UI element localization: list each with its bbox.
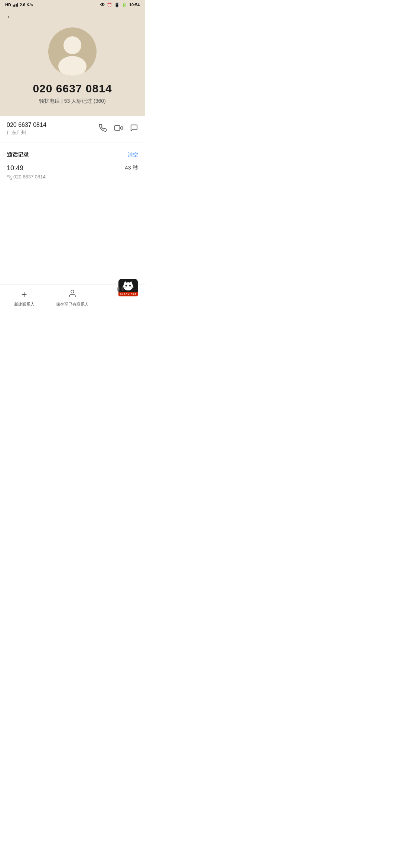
phone-info-left: 020 6637 0814 广东广州 (7, 122, 46, 136)
incoming-call-icon (7, 174, 12, 180)
save-contact-label: 保存至已有联系人 (56, 302, 89, 307)
call-duration: 43 秒 (125, 164, 138, 171)
svg-point-4 (71, 290, 74, 293)
call-action-icon[interactable] (99, 124, 107, 134)
call-log-item-left: 10:49 020 6637 0814 (7, 164, 46, 180)
clock-time: 10:54 (129, 3, 140, 7)
bottom-nav: + 新建联系人 保存至已有联系人 (0, 285, 145, 313)
new-contact-label: 新建联系人 (14, 302, 35, 307)
eye-icon: 👁 (100, 2, 105, 7)
status-right: 👁 ⏰ 📳 🔋 10:54 (100, 2, 140, 7)
call-log-number: 020 6637 0814 (13, 174, 46, 180)
alarm-icon: ⏰ (107, 3, 112, 7)
status-bar: HD 2.6 K/s 👁 ⏰ 📳 🔋 10:54 (0, 0, 145, 9)
signal-bar-1 (13, 5, 14, 7)
svg-point-0 (63, 36, 81, 54)
call-log-section: 通话记录 清空 10:49 020 6637 0814 43 秒 (0, 145, 145, 186)
message-action-icon[interactable] (130, 124, 138, 134)
svg-rect-3 (115, 126, 120, 131)
phone-number-info: 020 6637 0814 (7, 122, 46, 128)
avatar (48, 27, 97, 76)
call-log-item: 10:49 020 6637 0814 43 秒 (7, 164, 138, 180)
svg-point-1 (58, 56, 87, 76)
call-number-row: 020 6637 0814 (7, 174, 46, 180)
nav-save-contact[interactable]: 保存至已有联系人 (48, 289, 97, 307)
add-icon: + (21, 289, 27, 300)
signal-bars (13, 3, 18, 7)
svg-point-9 (129, 285, 131, 287)
action-icons (99, 124, 138, 134)
avatar-svg (48, 27, 97, 76)
signal-bar-2 (14, 4, 15, 7)
person-icon (68, 289, 77, 300)
black-cat-text: BLACK CAT (118, 292, 138, 296)
call-log-header: 通话记录 清空 (7, 151, 138, 158)
status-left: HD 2.6 K/s (5, 3, 33, 7)
back-button[interactable]: ← (6, 12, 14, 22)
network-type: HD (5, 3, 11, 7)
header-section: ← 020 6637 0814 骚扰电话 | 53 人标记过 (360) (0, 9, 145, 116)
svg-marker-2 (120, 126, 122, 129)
caller-tag: 骚扰电话 | 53 人标记过 (360) (39, 98, 105, 105)
info-section: 020 6637 0814 广东广州 (0, 116, 145, 142)
battery-icon: 🔋 (122, 3, 127, 7)
vibrate-icon: 📳 (114, 3, 120, 7)
video-action-icon[interactable] (114, 124, 123, 134)
signal-bar-3 (16, 4, 17, 7)
black-cat-badge: BLACK CAT (111, 272, 145, 298)
more-label: 更多 (117, 286, 125, 292)
svg-point-8 (125, 285, 127, 287)
data-speed: 2.6 K/s (20, 3, 33, 7)
nav-new-contact[interactable]: + 新建联系人 (0, 289, 48, 307)
phone-location: 广东广州 (7, 129, 46, 136)
signal-bar-4 (17, 3, 18, 7)
clear-button[interactable]: 清空 (128, 152, 138, 158)
svg-point-10 (128, 287, 128, 287)
phone-number-header: 020 6637 0814 (33, 82, 112, 95)
call-log-title: 通话记录 (7, 151, 29, 158)
call-time: 10:49 (7, 164, 46, 172)
